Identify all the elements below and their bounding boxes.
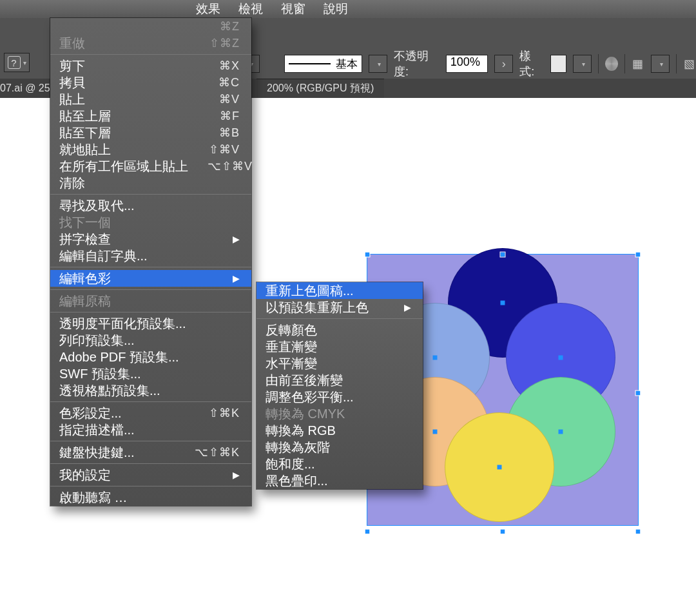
color-submenu-item-1[interactable]: 以預設集重新上色▶ (256, 299, 423, 316)
edit-menu-item-30[interactable]: 鍵盤快捷鍵...⌥⇧⌘K (50, 444, 251, 461)
edit-menu-item-25[interactable]: 透視格點預設集... (50, 382, 251, 399)
edit-menu-separator (50, 194, 251, 195)
shortcut-text: ⌥⇧⌘V (208, 159, 253, 173)
edit-menu-item-label: 拷貝 (59, 74, 218, 91)
align-dropdown[interactable]: ▾ (651, 55, 670, 73)
color-submenu-item-6[interactable]: 由前至後漸變 (256, 372, 423, 389)
edit-menu-item-label: 編輯原稿 (59, 293, 240, 310)
arrange-icon[interactable]: ▧ (683, 57, 696, 71)
align-icon[interactable]: ▦ (632, 57, 644, 71)
selection-handle[interactable] (636, 391, 641, 396)
edit-menu-item-9[interactable]: 在所有工作區域上貼上⌥⇧⌘V (50, 158, 251, 175)
edit-menu-item-label: 在所有工作區域上貼上 (59, 158, 208, 175)
color-submenu-item-label: 由前至後漸變 (266, 372, 411, 389)
selection-handle[interactable] (636, 253, 641, 257)
object-center-point (559, 356, 563, 360)
color-submenu-item-10[interactable]: 轉換為灰階 (256, 439, 423, 456)
edit-menu-item-28[interactable]: 指定描述檔... (50, 421, 251, 438)
opacity-stepper[interactable]: › (494, 55, 513, 73)
edit-menu-item-6[interactable]: 貼至上層⌘F (50, 108, 251, 124)
edit-menu-item-22[interactable]: 列印預設集... (50, 332, 251, 349)
edit-menu-item-label: 就地貼上 (59, 141, 209, 159)
edit-menu-item-4[interactable]: 拷貝⌘C (50, 74, 251, 91)
selection-handle[interactable] (501, 530, 505, 534)
color-submenu-item-label: 飽和度... (266, 456, 411, 473)
selection-handle[interactable] (365, 530, 370, 534)
style-label: 樣式: (519, 48, 544, 79)
edit-menu-item-32[interactable]: 我的設定▶ (50, 467, 251, 483)
edit-menu-item-label: 指定描述檔... (59, 421, 240, 439)
color-submenu-item-label: 垂直漸變 (266, 338, 411, 356)
edit-menu-item-34[interactable]: 啟動聽寫 … (50, 489, 251, 506)
stroke-style-preview[interactable]: 基本 (284, 55, 362, 73)
color-submenu-item-0[interactable]: 重新上色圖稿... (256, 282, 423, 299)
color-submenu-item-label: 黑色疊印... (266, 472, 411, 490)
edit-menu-separator (50, 289, 251, 290)
edit-menu-dropdown: ⌘Z重做⇧⌘Z剪下⌘X拷貝⌘C貼上⌘V貼至上層⌘F貼至下層⌘B就地貼上⇧⌘V在所… (50, 18, 251, 506)
object-center-point (501, 301, 505, 305)
color-submenu-item-4[interactable]: 垂直漸變 (256, 338, 423, 355)
shortcut-text: ⇧⌘Z (209, 36, 240, 50)
stroke-style-dropdown[interactable]: ▾ (369, 55, 387, 73)
edit-menu-item-10[interactable]: 清除 (50, 175, 251, 191)
object-center-point (433, 356, 438, 360)
edit-menu-item-3[interactable]: 剪下⌘X (50, 57, 251, 74)
shortcut-text: ⌘V (219, 92, 240, 106)
color-submenu-item-5[interactable]: 水平漸變 (256, 355, 423, 372)
selection-handle[interactable] (365, 253, 370, 257)
edit-menu-item-24[interactable]: SWF 預設集... (50, 365, 251, 382)
color-submenu-item-label: 以預設集重新上色 (266, 299, 404, 316)
edit-menu-item-15[interactable]: 編輯自訂字典... (50, 247, 251, 264)
edit-menu-item-0: ⌘Z (50, 18, 251, 35)
edit-menu-item-label: 尋找及取代... (59, 197, 240, 215)
edit-menu-item-label: 色彩設定... (59, 405, 209, 422)
edit-menu-item-label: 拼字檢查 (59, 231, 233, 248)
color-submenu-item-8: 轉換為 CMYK (256, 405, 423, 422)
color-submenu-item-label: 轉換為灰階 (266, 439, 411, 456)
edit-menu-item-label: 剪下 (59, 57, 219, 75)
edit-menu-separator (50, 463, 251, 464)
color-submenu-item-7[interactable]: 調整色彩平衡... (256, 389, 423, 405)
edit-menu-item-label: 清除 (59, 175, 240, 192)
edit-menu-item-5[interactable]: 貼上⌘V (50, 91, 251, 108)
color-submenu-item-label: 轉換為 CMYK (266, 405, 411, 423)
color-submenu-item-11[interactable]: 飽和度... (256, 456, 423, 472)
edit-menu-item-label: SWF 預設集... (59, 365, 240, 383)
object-center-point (559, 430, 563, 434)
edit-menu-item-label: 鍵盤快捷鍵... (59, 444, 195, 461)
menu-window[interactable]: 視窗 (272, 1, 314, 17)
edit-menu-item-label: 貼至上層 (59, 108, 220, 125)
color-submenu-item-12[interactable]: 黑色疊印... (256, 472, 423, 489)
shortcut-text: ⌘X (219, 59, 240, 73)
selection-handle[interactable] (501, 253, 505, 257)
color-submenu-item-label: 反轉顏色 (266, 322, 411, 339)
menu-view[interactable]: 檢視 (229, 1, 272, 17)
edit-menu-item-8[interactable]: 就地貼上⇧⌘V (50, 141, 251, 158)
selection-handle[interactable] (636, 530, 641, 534)
edit-menu-separator (50, 267, 251, 267)
edit-menu-item-12[interactable]: 尋找及取代... (50, 197, 251, 214)
style-dropdown[interactable]: ▾ (573, 55, 592, 73)
opacity-input[interactable]: 100% (446, 55, 488, 73)
edit-menu-item-label: Adobe PDF 預設集... (59, 349, 240, 366)
style-swatch[interactable] (550, 55, 566, 73)
color-submenu-item-9[interactable]: 轉換為 RGB (256, 422, 423, 439)
help-box[interactable]: ?▾ (4, 53, 30, 72)
edit-menu-separator (50, 401, 251, 402)
document-tab-2[interactable]: 200% (RGB/GPU 預視) (256, 79, 384, 98)
object-center-point (433, 430, 438, 434)
menu-help[interactable]: 說明 (314, 1, 357, 17)
edit-menu-item-7[interactable]: 貼至下層⌘B (50, 124, 251, 141)
recolor-icon[interactable] (605, 57, 618, 71)
edit-menu-item-label: 編輯自訂字典... (59, 247, 240, 265)
edit-menu-item-19: 編輯原稿 (50, 293, 251, 309)
shortcut-text: ⌘C (218, 75, 240, 90)
color-submenu-item-3[interactable]: 反轉顏色 (256, 322, 423, 338)
edit-menu-item-27[interactable]: 色彩設定...⇧⌘K (50, 405, 251, 421)
edit-menu-item-21[interactable]: 透明度平面化預設集... (50, 315, 251, 332)
menu-effects[interactable]: 效果 (187, 1, 229, 17)
edit-menu-item-23[interactable]: Adobe PDF 預設集... (50, 349, 251, 365)
submenu-arrow-icon: ▶ (404, 302, 411, 313)
edit-menu-item-14[interactable]: 拼字檢查▶ (50, 231, 251, 247)
edit-menu-item-17[interactable]: 編輯色彩▶ (50, 270, 251, 287)
